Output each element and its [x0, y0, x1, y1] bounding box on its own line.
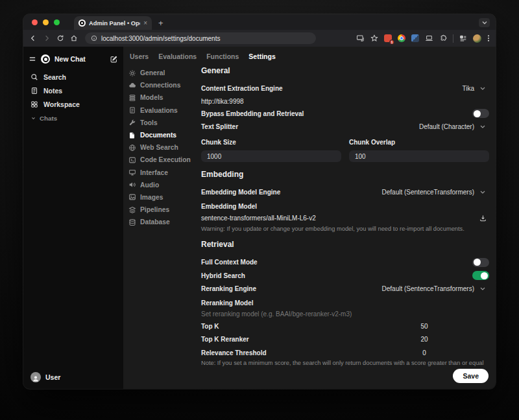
text-splitter-select[interactable]: Default (Character) — [419, 123, 489, 130]
nav-label: Audio — [140, 181, 159, 189]
gear-icon — [128, 69, 136, 77]
reload-button[interactable] — [56, 34, 64, 42]
nav-label: Web Search — [140, 144, 178, 151]
new-tab-button[interactable]: + — [158, 19, 163, 30]
nav-item-tools[interactable]: Tools — [128, 117, 196, 129]
openwebui-favicon — [78, 19, 86, 27]
user-name-label: User — [45, 373, 60, 381]
relevance-threshold-input[interactable]: 0 — [359, 349, 489, 356]
bookmark-star-icon[interactable] — [370, 34, 378, 42]
tika-url-input[interactable] — [201, 98, 489, 105]
tab-groups-icon[interactable] — [459, 34, 467, 42]
embedding-warning-text: Warning: If you update or change your em… — [201, 226, 489, 233]
reranking-model-input[interactable] — [201, 310, 489, 318]
back-button[interactable] — [29, 34, 37, 42]
nav-item-database[interactable]: Database — [128, 216, 196, 228]
chevron-down-icon — [480, 125, 485, 128]
wrench-icon — [128, 119, 136, 126]
minimize-window-button[interactable] — [43, 19, 49, 25]
sidebar-item-workspace[interactable]: Workspace — [29, 97, 118, 111]
nav-label: Evaluations — [140, 107, 178, 114]
tab-close-icon[interactable]: × — [143, 20, 147, 27]
nav-item-models[interactable]: Models — [128, 91, 196, 104]
nav-label: General — [140, 69, 165, 76]
save-row: Save — [128, 367, 489, 389]
new-chat-pencil-icon[interactable] — [110, 55, 118, 64]
sidebar-item-label: Notes — [43, 87, 62, 95]
tab-users[interactable]: Users — [130, 52, 149, 60]
code-icon — [128, 156, 136, 164]
notes-icon — [30, 87, 38, 95]
extensions-puzzle-icon[interactable] — [439, 34, 447, 42]
nav-item-code-execution[interactable]: Code Execution — [128, 154, 196, 166]
tab-evaluations[interactable]: Evaluations — [158, 52, 197, 60]
nav-item-documents[interactable]: Documents — [128, 129, 196, 141]
relevance-note-text: Note: If you set a minimum score, the se… — [201, 360, 489, 367]
nav-item-connections[interactable]: Connections — [128, 79, 196, 91]
sidebar-item-label: Workspace — [43, 100, 80, 108]
blue-extension-icon[interactable] — [411, 34, 419, 42]
admin-body: General Connections Models Evaluations — [128, 65, 489, 367]
toolbar-separator — [453, 34, 453, 43]
close-window-button[interactable] — [32, 19, 38, 25]
save-button[interactable]: Save — [453, 369, 489, 383]
nav-item-general[interactable]: General — [128, 67, 196, 79]
send-to-device-icon[interactable] — [356, 34, 365, 42]
nav-item-audio[interactable]: Audio — [128, 179, 196, 191]
zoom-window-button[interactable] — [54, 19, 60, 25]
sidebar-chats-section[interactable]: Chats — [29, 111, 118, 124]
chunk-overlap-input[interactable] — [355, 153, 483, 160]
top-k-label: Top K — [201, 323, 219, 330]
chunk-size-input[interactable] — [207, 153, 335, 160]
download-model-icon[interactable] — [479, 215, 489, 222]
sidebar-toggle-icon[interactable] — [29, 55, 36, 63]
tab-search-chevron-button[interactable] — [479, 18, 490, 27]
nav-item-pipelines[interactable]: Pipelines — [128, 204, 196, 216]
browser-profile-avatar[interactable] — [473, 34, 481, 43]
nav-label: Pipelines — [140, 206, 169, 213]
tab-settings[interactable]: Settings — [248, 52, 275, 60]
sidebar-header: New Chat — [29, 52, 118, 65]
sidebar-item-notes[interactable]: Notes — [29, 84, 118, 97]
hybrid-search-toggle[interactable] — [472, 271, 489, 280]
new-chat-label[interactable]: New Chat — [54, 55, 105, 63]
bypass-embedding-toggle[interactable] — [472, 109, 489, 118]
browser-tab[interactable]: Admin Panel • Open WebUI × — [74, 16, 152, 30]
content-extraction-label: Content Extraction Engine — [201, 85, 283, 92]
full-context-toggle[interactable] — [472, 258, 489, 267]
forward-button[interactable] — [43, 34, 51, 42]
nav-item-evaluations[interactable]: Evaluations — [128, 104, 196, 117]
site-info-icon[interactable] — [91, 35, 97, 41]
nav-item-interface[interactable]: Interface — [128, 167, 196, 179]
nav-label: Database — [140, 218, 170, 226]
nav-label: Images — [140, 194, 163, 201]
top-k-reranker-input[interactable]: 20 — [359, 336, 489, 343]
nav-item-images[interactable]: Images — [128, 191, 196, 204]
tab-functions[interactable]: Functions — [206, 52, 239, 60]
laptop-icon[interactable] — [425, 34, 433, 42]
chevron-down-icon — [30, 115, 36, 121]
browser-menu-icon[interactable] — [487, 34, 490, 42]
chrome-colors-extension-icon[interactable] — [398, 34, 405, 42]
red-extension-icon[interactable]: 1 — [384, 34, 392, 42]
reranking-engine-select[interactable]: Default (SentenceTransformers) — [382, 285, 489, 292]
chats-label: Chats — [40, 115, 57, 122]
cloud-icon — [128, 82, 136, 89]
database-icon — [128, 218, 136, 226]
content-extraction-select[interactable]: Tika — [462, 85, 489, 92]
extension-badge: 1 — [389, 40, 394, 45]
sidebar-user-row[interactable]: User — [29, 371, 118, 384]
documents-settings-content: General Content Extraction Engine Tika B… — [196, 65, 489, 367]
content-extraction-value: Tika — [462, 85, 474, 92]
sidebar-item-search[interactable]: Search — [29, 70, 118, 84]
embedding-model-input[interactable] — [201, 215, 479, 222]
doc-lines-icon — [128, 106, 136, 114]
embedding-engine-select[interactable]: Default (SentenceTransformers) — [382, 189, 489, 196]
home-button[interactable] — [70, 34, 78, 42]
top-k-reranker-label: Top K Reranker — [201, 336, 249, 343]
nav-item-web-search[interactable]: Web Search — [128, 141, 196, 154]
top-k-input[interactable]: 50 — [359, 323, 489, 330]
toolbar-right-icons: 1 — [356, 34, 490, 43]
url-bar[interactable]: localhost:3000/admin/settings/documents — [85, 32, 316, 44]
retrieval-heading: Retrieval — [201, 240, 489, 249]
